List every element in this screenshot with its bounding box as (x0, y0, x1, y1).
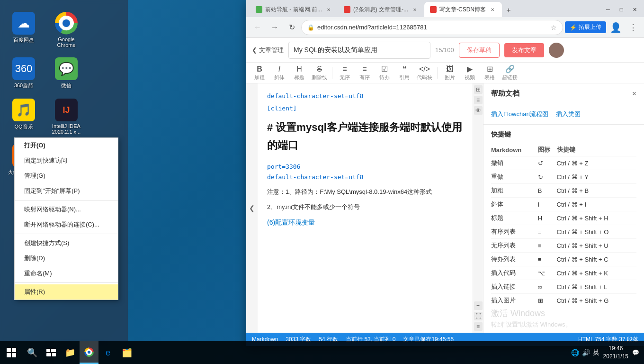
bold-button[interactable]: B 加粗 (250, 64, 269, 82)
context-manage[interactable]: 管理(G) (15, 168, 118, 183)
context-pin-quick[interactable]: 固定到快速访问 (15, 153, 118, 168)
360-shield-desktop-icon[interactable]: 360 360盾箭 (5, 55, 43, 91)
scroll-up-btn[interactable]: + (474, 301, 483, 310)
context-create-shortcut[interactable]: 创建快捷方式(S) (15, 236, 118, 251)
strikethrough-button[interactable]: S 删除线 (310, 64, 329, 82)
notification-button[interactable]: 💬 (632, 349, 639, 356)
scroll-view-btn-2[interactable]: ≡ (474, 96, 483, 104)
forward-button[interactable]: → (267, 20, 282, 35)
shortcut-key-cell: Ctrl / ⌘ + Y (557, 170, 636, 184)
tab1-close[interactable]: ✕ (325, 6, 332, 13)
italic-button[interactable]: I 斜体 (270, 64, 289, 82)
flowchart-link[interactable]: 插入Flowchart流程图 (491, 110, 548, 118)
ordered-button[interactable]: ≡ 有序 (355, 64, 374, 82)
svg-rect-4 (12, 348, 16, 352)
refresh-button[interactable]: ↻ (284, 20, 299, 35)
intellij-desktop-icon[interactable]: IJ IntelliJ IDEA2020.2.1 x... (47, 96, 85, 137)
back-button[interactable]: ← (250, 20, 265, 35)
class-diagram-link[interactable]: 插入类图 (556, 110, 581, 118)
context-delete[interactable]: 删除(D) (15, 251, 118, 266)
code-block-button[interactable]: </> 代码块 (415, 64, 434, 82)
article-title-input[interactable] (288, 42, 430, 59)
google-chrome-icon[interactable]: GoogleChrome (47, 9, 85, 50)
video-button[interactable]: ▶ 视频 (460, 64, 479, 82)
tab2-close[interactable]: ✕ (411, 6, 419, 13)
scroll-down-btn[interactable]: ≡ (474, 322, 483, 331)
shortcut-action: 斜体 (491, 198, 538, 211)
content-heading: # 设置mysql客户端连接服务端时默认使用的端口 (267, 118, 463, 154)
context-map-drive[interactable]: 映射网络驱动器(N)... (15, 202, 118, 217)
save-draft-button[interactable]: 保存草稿 (459, 43, 500, 58)
shortcut-row: 重做 ↻ Ctrl / ⌘ + Y (491, 170, 636, 184)
back-to-article-management[interactable]: ❮ 文章管理 (252, 46, 284, 55)
publish-button[interactable]: 发布文章 (504, 43, 544, 57)
new-tab-button[interactable]: + (502, 4, 515, 17)
col-icon: 图标 (538, 144, 557, 156)
collapse-panel-button[interactable]: ❮ (246, 83, 258, 333)
shortcut-icon-cell: H (538, 211, 557, 225)
video-icon: ▶ (467, 64, 473, 73)
taskbar-chrome-button[interactable] (80, 341, 98, 364)
scroll-view-btn-1[interactable]: ⊞ (474, 85, 483, 94)
unordered-button[interactable]: ≡ 无序 (335, 64, 354, 82)
chrome-tab-3[interactable]: 写文章-CSDN博客 ✕ (424, 2, 502, 17)
shortcut-row: 插入代码 ⌥ Ctrl / ⌘ + Shift + K (491, 266, 636, 280)
more-menu-button[interactable]: ⋮ (625, 20, 640, 35)
shortcut-action: 加粗 (491, 184, 538, 198)
link-button[interactable]: 🔗 超链接 (500, 64, 519, 82)
context-rename[interactable]: 重命名(M) (15, 266, 118, 281)
taskbar-file-explorer-button[interactable]: 📁 (61, 341, 80, 364)
ssl-lock-icon: 🔒 (307, 24, 314, 31)
minimize-button[interactable]: ─ (602, 4, 614, 15)
user-avatar[interactable] (549, 43, 564, 58)
close-button[interactable]: ✕ (629, 4, 640, 15)
taskbar-edge-button[interactable]: e (98, 341, 117, 364)
google-chrome-label: GoogleChrome (57, 36, 75, 48)
heading-button[interactable]: H 标题 (290, 64, 309, 82)
volume-icon[interactable]: 🔊 (582, 349, 590, 356)
shortcut-action: 标题 (491, 211, 538, 225)
separator-2 (15, 234, 118, 234)
context-properties[interactable]: 属性(R) (15, 284, 118, 300)
fullscreen-btn[interactable]: ⛶ (474, 312, 483, 320)
network-icon[interactable]: 🌐 (571, 349, 579, 356)
table-button[interactable]: ⊞ 表格 (480, 64, 499, 82)
quote-button[interactable]: ❝ 引用 (395, 64, 414, 82)
shortcut-action: 重做 (491, 170, 538, 184)
context-disconnect-drive[interactable]: 断开网络驱动器的连接(C)... (15, 217, 118, 232)
image-button[interactable]: 🖼 图片 (440, 64, 459, 82)
editor-text-area[interactable]: default-character-set=utf8 [client] # 设置… (258, 83, 473, 333)
tab3-close[interactable]: ✕ (489, 6, 496, 13)
context-open[interactable]: 打开(O) (15, 138, 118, 153)
eye-icon-btn[interactable]: 👁 (474, 106, 483, 115)
task-button[interactable]: ☑ 待办 (375, 64, 394, 82)
editor-container: ❮ 文章管理 15/100 保存草稿 发布文章 B 加粗 I 斜体 (246, 38, 644, 346)
context-pin-start[interactable]: 固定到"开始"屏幕(P) (15, 183, 118, 199)
heading-label: 标题 (294, 74, 304, 81)
taskbar-clock[interactable]: 19:46 2021/1/15 (603, 345, 628, 361)
taskbar-task-view-button[interactable] (42, 341, 61, 364)
shortcut-key-cell: Ctrl / ⌘ + B (557, 184, 636, 198)
qq-music-desktop-icon[interactable]: 🎵 QQ音乐 (5, 96, 43, 137)
tab2-favicon (344, 6, 350, 13)
maximize-button[interactable]: □ (616, 4, 627, 15)
wechat-desktop-icon[interactable]: 💬 微信 (47, 55, 85, 91)
bookmark-icon[interactable]: ☆ (551, 24, 557, 31)
address-bar[interactable]: 🔒 editor.csdn.net/md?articleId=112685781… (301, 20, 563, 35)
profile-button[interactable]: 👤 (608, 20, 623, 35)
start-button[interactable] (0, 341, 23, 364)
config-env-link[interactable]: (6)配置环境变量 (267, 218, 315, 226)
chrome-tab-2[interactable]: (2条消息) 文章管理-... ✕ (338, 2, 424, 17)
shortcut-action: 插入代码 (491, 266, 538, 280)
baidu-netdisk-icon[interactable]: ☁ 百度网盘 (5, 9, 43, 50)
taskbar-explorer-button[interactable]: 🗂️ (117, 341, 136, 364)
extension-upload-button[interactable]: ⚡ 拓展上传 (565, 21, 606, 33)
chrome-tab-1[interactable]: 前站导航 - 前端网,前... ✕ (250, 2, 338, 17)
shortcut-key-cell: Ctrl / ⌘ + Shift + G (557, 294, 636, 304)
help-panel-close-button[interactable]: × (632, 90, 636, 98)
language-indicator[interactable]: 英 (593, 348, 599, 357)
taskbar-search-button[interactable]: 🔍 (23, 341, 42, 364)
window-controls: ─ □ ✕ (602, 4, 640, 15)
svg-rect-6 (12, 353, 16, 357)
quote-icon: ❝ (402, 64, 407, 73)
